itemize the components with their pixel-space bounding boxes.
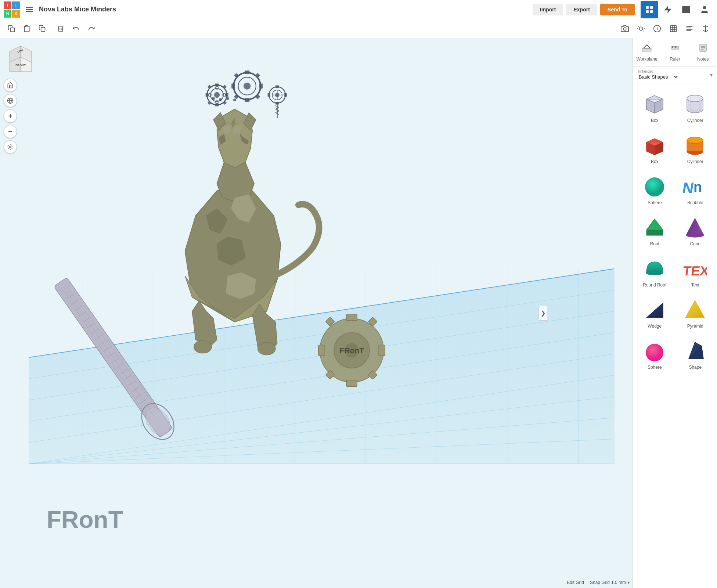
shapes-category-select[interactable]: Basic Shapes Text & Numbers Featured [637,74,679,80]
svg-rect-114 [223,85,227,89]
gear-1 [206,84,228,107]
text-shape-label: Text [691,282,699,288]
camera-button[interactable] [618,22,632,36]
right-panel: Workplane Ruler [633,38,717,588]
chevron-down-icon: ▾ [710,72,713,78]
shape-item-cylinder-wire[interactable]: Cylinder [677,88,714,126]
wedge-label: Wedge [648,324,662,329]
paste-button[interactable] [20,22,34,36]
snap-dropdown-icon: ▾ [627,580,630,585]
mirror-button[interactable] [699,22,713,36]
light-button[interactable] [634,22,648,36]
duplicate-button[interactable] [35,22,49,36]
svg-point-150 [233,98,236,101]
svg-rect-111 [206,93,209,97]
pyramid-icon [682,296,708,322]
camera-icon [621,25,629,33]
svg-point-105 [258,342,275,355]
gallery-button[interactable] [677,1,695,18]
shape-item-dark[interactable]: Shape [677,335,714,373]
redo-button[interactable] [84,22,98,36]
delete-button[interactable] [54,22,68,36]
svg-rect-157 [379,345,385,356]
gear-3 [268,85,287,118]
logo-i: I [12,1,20,9]
canvas-area[interactable]: TOP FRONT + − [0,38,633,588]
shape-item-sphere-teal[interactable]: Sphere [636,170,674,208]
shape-item-cylinder-orange[interactable]: Cylinder [677,129,714,167]
logo-n: N [4,10,11,18]
undo-button[interactable] [69,22,83,36]
shape-item-wedge[interactable]: Wedge [636,293,674,332]
edit-grid-status[interactable]: Edit Grid [567,580,584,585]
tools-icon [663,5,673,14]
align-button[interactable] [682,22,696,36]
import-button[interactable]: Import [533,4,563,15]
hamburger-button[interactable] [23,3,36,16]
svg-point-196 [687,137,703,144]
svg-point-148 [219,98,222,101]
circle-tool-icon [653,25,661,33]
paste-icon [23,25,30,32]
svg-rect-155 [346,380,357,386]
svg-rect-3 [650,10,653,13]
shape-item-text[interactable]: TEXT Text [677,252,714,291]
notes-button[interactable]: Notes [689,38,717,66]
right-chevron[interactable]: ❯ [538,306,547,321]
svg-rect-126 [231,84,235,89]
shape-item-pyramid[interactable]: Pyramid [677,293,714,332]
pyramid-label: Pyramid [687,324,703,329]
circle-tool-button[interactable] [650,22,664,36]
profile-button[interactable] [696,1,713,18]
cone-purple-icon [682,214,708,240]
copy-button[interactable] [4,22,18,36]
svg-rect-116 [223,101,227,105]
shape-item-roof-green[interactable]: Roof [636,211,674,249]
export-button[interactable]: Export [566,4,597,15]
redo-icon [88,25,95,32]
svg-rect-135 [275,85,279,88]
cylinder-wire-icon [682,91,708,116]
shapes-source-label: Tinkercad [637,69,679,73]
svg-rect-11 [41,27,45,31]
snap-grid-status[interactable]: Snap Grid 1.0 mm ▾ [590,580,630,585]
frame-button[interactable] [666,22,680,36]
ruler-button[interactable]: Ruler [661,38,689,66]
svg-point-13 [639,27,642,30]
snap-grid-label: Snap Grid [590,580,610,585]
tinkercad-logo[interactable]: T I N K [4,1,20,18]
shape-item-box-red[interactable]: Box [636,129,674,167]
workplane-button[interactable]: Workplane [633,38,661,66]
status-bar: Edit Grid Snap Grid 1.0 mm ▾ [567,580,630,585]
shape-item-round-roof[interactable]: Round Roof [636,252,674,291]
svg-rect-115 [208,101,212,105]
svg-rect-21 [670,25,677,32]
svg-rect-109 [215,84,219,87]
grid-view-button[interactable] [641,1,658,18]
ruler-icon [670,43,680,55]
frame-icon [669,25,677,33]
shapes-grid: Box Cylinder [633,83,717,588]
svg-rect-0 [646,6,649,9]
svg-rect-129 [255,73,260,78]
gallery-icon [681,5,691,14]
box-wire-icon [642,91,667,116]
shapes-header: Tinkercad Basic Shapes Text & Numbers Fe… [633,66,717,83]
svg-rect-110 [215,104,219,107]
toolbar-center [618,22,713,36]
shapes-source: Tinkercad Basic Shapes Text & Numbers Fe… [637,69,679,80]
svg-text:n: n [693,179,702,195]
shape-item-box-wire[interactable]: Box [636,88,674,126]
logo-k: K [12,10,20,18]
shape-item-cone-purple[interactable]: Cone [677,211,714,249]
shape-item-sphere-pink[interactable]: Sphere [636,335,674,373]
tools-button[interactable] [659,1,677,18]
svg-rect-131 [255,94,260,100]
shape-item-scribble[interactable]: N n Scribble [677,170,714,208]
send-to-button[interactable]: Send To [600,4,635,15]
cylinder-orange-label: Cylinder [687,159,703,164]
svg-marker-208 [685,300,705,318]
svg-point-6 [703,6,706,9]
workplane-label: Workplane [637,57,657,62]
topbar: T I N K Nova Labs Mice Minders Import Ex… [0,0,717,19]
